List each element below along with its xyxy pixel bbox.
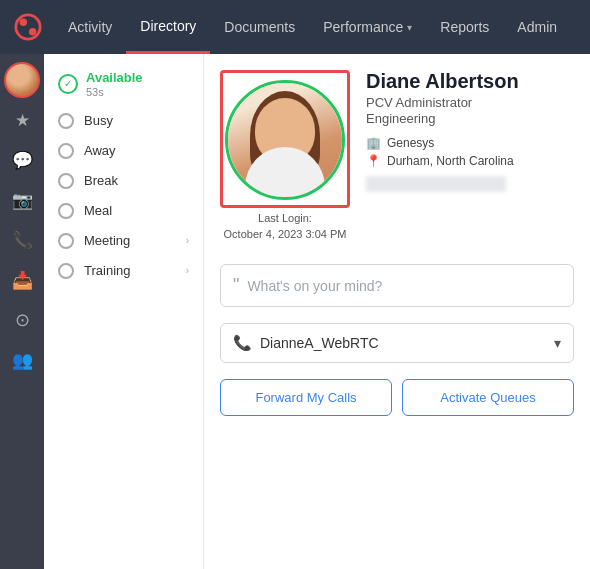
sidebar-item-chat[interactable]: 💬 [4,142,40,178]
last-login-label: Last Login: [258,212,312,224]
phone-selector-icon: 📞 [233,334,252,352]
status-item-break[interactable]: Break [44,166,203,196]
icon-sidebar: ★ 💬 📷 📞 📥 ⊙ 👥 [0,54,44,569]
chat-icon: 💬 [12,150,33,171]
profile-company-row: 🏢 Genesys [366,136,574,150]
nav-items: Activity Directory Documents Performance… [54,0,580,54]
training-radio [58,263,74,279]
available-indicator [58,74,78,94]
profile-photo [225,80,345,200]
sidebar-item-help[interactable]: ⊙ [4,302,40,338]
mind-placeholder: What's on your mind? [247,278,382,294]
nav-item-documents[interactable]: Documents [210,0,309,54]
video-icon: 📷 [12,190,33,211]
activate-queues-button[interactable]: Activate Queues [402,379,574,416]
status-item-meal[interactable]: Meal [44,196,203,226]
nav-item-performance[interactable]: Performance [309,0,426,54]
main-layout: ★ 💬 📷 📞 📥 ⊙ 👥 Available 53s [0,54,590,569]
svg-point-2 [29,28,36,35]
svg-point-0 [16,15,40,39]
nav-item-admin[interactable]: Admin [503,0,571,54]
action-buttons: Forward My Calls Activate Queues [220,379,574,416]
last-login-value: October 4, 2023 3:04 PM [224,228,347,240]
help-icon: ⊙ [15,309,30,331]
sidebar-item-favorites[interactable]: ★ [4,102,40,138]
avatar-image [228,83,342,197]
profile-top: Last Login: October 4, 2023 3:04 PM Dian… [204,54,590,218]
inbox-icon: 📥 [12,270,33,291]
training-label: Training [84,263,130,278]
status-item-away[interactable]: Away [44,136,203,166]
sidebar-avatar[interactable] [4,62,40,98]
status-available[interactable]: Available 53s [44,64,203,106]
profile-name: Diane Albertson [366,70,574,93]
busy-label: Busy [84,113,113,128]
users-icon: 👥 [12,350,33,371]
status-item-training[interactable]: Training › [44,256,203,286]
last-login: Last Login: October 4, 2023 3:04 PM [220,207,350,242]
profile-area: Last Login: October 4, 2023 3:04 PM Dian… [204,54,590,569]
mind-input[interactable]: " What's on your mind? [220,264,574,307]
forward-calls-button[interactable]: Forward My Calls [220,379,392,416]
available-label: Available [86,70,143,86]
phone-icon: 📞 [12,230,33,251]
profile-location-row: 📍 Durham, North Carolina [366,154,574,168]
chevron-down-icon: ▾ [554,335,561,351]
pin-icon: 📍 [366,154,381,168]
profile-title: PCV Administrator [366,95,574,110]
busy-radio [58,113,74,129]
available-time: 53s [86,86,143,98]
away-label: Away [84,143,116,158]
nav-item-reports[interactable]: Reports [426,0,503,54]
phone-selector-value: DianneA_WebRTC [260,335,546,351]
break-radio [58,173,74,189]
profile-location: Durham, North Carolina [387,154,514,168]
nav-item-activity[interactable]: Activity [54,0,126,54]
meeting-radio [58,233,74,249]
phone-selector[interactable]: 📞 DianneA_WebRTC ▾ [220,323,574,363]
available-text: Available 53s [86,70,143,98]
svg-point-1 [20,19,27,26]
app-logo [10,9,46,45]
star-icon: ★ [15,110,30,131]
training-arrow: › [186,265,189,276]
sidebar-item-users[interactable]: 👥 [4,342,40,378]
break-label: Break [84,173,118,188]
meeting-arrow: › [186,235,189,246]
sidebar-item-video[interactable]: 📷 [4,182,40,218]
sidebar-item-phone[interactable]: 📞 [4,222,40,258]
top-nav: Activity Directory Documents Performance… [0,0,590,54]
profile-department: Engineering [366,111,574,126]
profile-info: Diane Albertson PCV Administrator Engine… [366,70,574,192]
meal-label: Meal [84,203,112,218]
quote-icon: " [233,275,239,296]
status-item-busy[interactable]: Busy [44,106,203,136]
away-radio [58,143,74,159]
nav-item-directory[interactable]: Directory [126,0,210,54]
meeting-label: Meeting [84,233,130,248]
sidebar-item-inbox[interactable]: 📥 [4,262,40,298]
profile-photo-wrap: Last Login: October 4, 2023 3:04 PM [220,70,350,210]
blurred-info [366,176,506,192]
building-icon: 🏢 [366,136,381,150]
status-panel: Available 53s Busy Away Break Meal Meeti… [44,54,204,569]
profile-company: Genesys [387,136,434,150]
status-item-meeting[interactable]: Meeting › [44,226,203,256]
meal-radio [58,203,74,219]
